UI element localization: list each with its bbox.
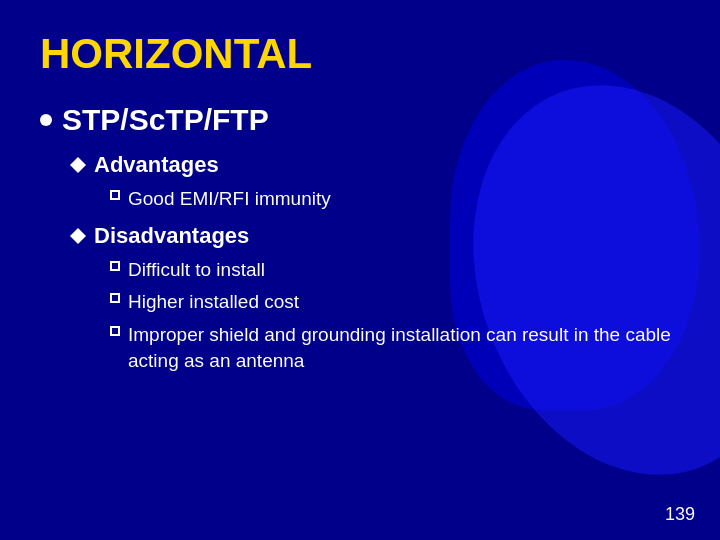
main-bullet-text: STP/ScTP/FTP xyxy=(62,103,269,137)
slide: HORIZONTAL STP/ScTP/FTP Advantages Good … xyxy=(0,0,720,540)
disadvantages-item-3-text: Improper shield and grounding installati… xyxy=(128,322,680,375)
diamond-icon xyxy=(70,157,86,165)
disadvantages-item-3: Improper shield and grounding installati… xyxy=(110,322,680,375)
square-icon-2 xyxy=(110,293,120,303)
square-icon-3 xyxy=(110,326,120,336)
page-number: 139 xyxy=(665,504,695,525)
disadvantages-item-1: Difficult to install xyxy=(110,257,680,284)
advantages-header: Advantages xyxy=(70,152,680,178)
diamond-icon-2 xyxy=(70,228,86,236)
disadvantages-item-2-text: Higher installed cost xyxy=(128,289,299,316)
advantages-item-1: Good EMI/RFI immunity xyxy=(110,186,680,213)
disadvantages-label: Disadvantages xyxy=(94,223,249,249)
slide-content: HORIZONTAL STP/ScTP/FTP Advantages Good … xyxy=(40,30,680,375)
main-bullet: STP/ScTP/FTP xyxy=(40,103,680,137)
slide-title: HORIZONTAL xyxy=(40,30,680,78)
square-icon xyxy=(110,190,120,200)
square-icon-1 xyxy=(110,261,120,271)
disadvantages-item-2: Higher installed cost xyxy=(110,289,680,316)
advantages-section: Advantages Good EMI/RFI immunity xyxy=(70,152,680,213)
advantages-item-1-text: Good EMI/RFI immunity xyxy=(128,186,331,213)
disadvantages-header: Disadvantages xyxy=(70,223,680,249)
bullet-dot xyxy=(40,114,52,126)
disadvantages-section: Disadvantages Difficult to install Highe… xyxy=(70,223,680,375)
advantages-label: Advantages xyxy=(94,152,219,178)
disadvantages-item-1-text: Difficult to install xyxy=(128,257,265,284)
